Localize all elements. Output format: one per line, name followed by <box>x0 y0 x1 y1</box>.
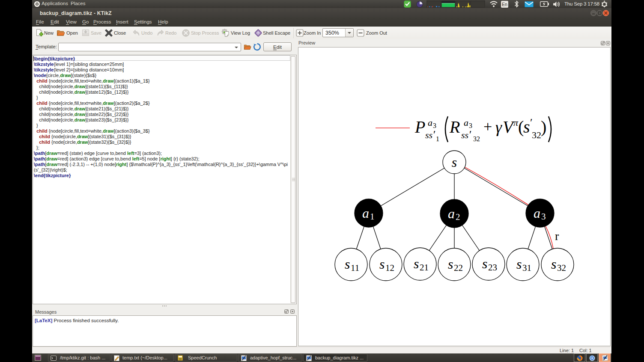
svg-text:32: 32 <box>557 263 566 273</box>
svg-text:ss′: ss′ <box>461 128 471 141</box>
svg-text:R: R <box>449 117 460 136</box>
svg-text:a: a <box>534 205 540 221</box>
svg-text:s: s <box>414 256 419 271</box>
svg-text:32: 32 <box>473 135 480 142</box>
svg-text:s: s <box>523 117 530 136</box>
svg-text:s: s <box>482 256 487 271</box>
svg-text:32: 32 <box>532 130 541 140</box>
svg-text:r: r <box>555 229 559 243</box>
svg-text:a: a <box>428 117 432 128</box>
svg-text:1: 1 <box>370 211 375 222</box>
svg-text:a: a <box>464 117 468 128</box>
svg-text:P: P <box>414 117 425 136</box>
svg-text:′: ′ <box>530 116 533 129</box>
svg-text:a: a <box>448 206 455 221</box>
svg-text:s: s <box>452 154 457 170</box>
svg-text:21: 21 <box>420 262 429 273</box>
svg-text:s: s <box>448 256 453 272</box>
svg-text:+: + <box>483 118 492 135</box>
svg-text:2: 2 <box>456 212 460 222</box>
svg-text:s: s <box>551 256 556 272</box>
svg-text:s: s <box>345 256 350 272</box>
svg-text:a: a <box>362 205 369 221</box>
svg-text:12: 12 <box>385 263 394 273</box>
svg-text:3: 3 <box>541 211 546 222</box>
svg-text:s: s <box>379 256 385 272</box>
svg-text:): ) <box>541 117 546 136</box>
svg-text:22: 22 <box>454 263 463 273</box>
svg-text:11: 11 <box>351 263 359 273</box>
svg-text:23: 23 <box>488 262 497 273</box>
svg-text:31: 31 <box>522 263 531 273</box>
svg-text:1: 1 <box>436 135 439 142</box>
svg-text:ss′: ss′ <box>425 128 435 141</box>
svg-text:s: s <box>516 256 522 272</box>
svg-text:γ: γ <box>495 118 502 136</box>
